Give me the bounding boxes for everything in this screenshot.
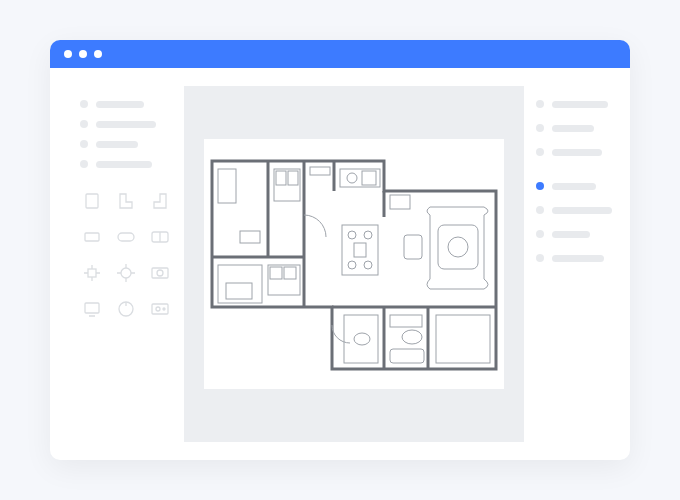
app-window <box>50 40 630 460</box>
svg-rect-33 <box>240 231 260 243</box>
shape-rounded-rect[interactable] <box>148 226 172 248</box>
shape-library <box>80 190 172 320</box>
svg-rect-58 <box>340 169 380 187</box>
svg-rect-60 <box>362 171 376 185</box>
layer-list <box>80 100 172 168</box>
shape-round-table[interactable] <box>114 262 138 284</box>
shape-table-chairs[interactable] <box>80 262 104 284</box>
layer-label <box>96 161 152 168</box>
property-label <box>552 101 608 108</box>
window-control-minimize[interactable] <box>79 50 87 58</box>
svg-rect-52 <box>390 315 422 327</box>
svg-rect-54 <box>390 349 424 363</box>
svg-rect-1 <box>85 233 99 241</box>
property-item[interactable] <box>536 124 612 132</box>
property-indicator <box>536 206 544 214</box>
property-label <box>552 183 596 190</box>
property-group-2 <box>536 182 612 262</box>
svg-rect-0 <box>86 194 98 208</box>
layer-visibility-dot[interactable] <box>80 120 88 128</box>
layer-item[interactable] <box>80 100 172 108</box>
property-indicator-active <box>536 182 544 190</box>
canvas-area[interactable] <box>184 86 524 442</box>
svg-point-23 <box>163 308 165 310</box>
property-label <box>552 207 612 214</box>
layer-label <box>96 141 138 148</box>
layer-item[interactable] <box>80 160 172 168</box>
layer-label <box>96 101 144 108</box>
shape-square[interactable] <box>80 190 104 212</box>
shape-l[interactable] <box>114 190 138 212</box>
shape-l-mirror[interactable] <box>148 190 172 212</box>
svg-rect-36 <box>288 171 298 185</box>
svg-point-50 <box>448 237 468 257</box>
property-indicator <box>536 100 544 108</box>
svg-point-53 <box>402 330 422 344</box>
svg-rect-55 <box>344 315 378 363</box>
svg-point-47 <box>364 261 372 269</box>
svg-rect-48 <box>354 243 366 257</box>
svg-rect-51 <box>404 235 422 259</box>
svg-point-56 <box>354 333 370 345</box>
svg-rect-2 <box>118 233 134 241</box>
window-control-maximize[interactable] <box>94 50 102 58</box>
property-indicator <box>536 148 544 156</box>
svg-point-16 <box>157 270 163 276</box>
title-bar <box>50 40 630 68</box>
shape-monitor[interactable] <box>80 298 104 320</box>
layer-visibility-dot[interactable] <box>80 140 88 148</box>
property-group-1 <box>536 100 612 156</box>
property-label <box>552 231 590 238</box>
svg-rect-35 <box>276 171 286 185</box>
property-indicator <box>536 254 544 262</box>
property-item[interactable] <box>536 148 612 156</box>
shape-rect[interactable] <box>80 226 104 248</box>
svg-rect-57 <box>436 315 490 363</box>
svg-point-45 <box>364 231 372 239</box>
layer-visibility-dot[interactable] <box>80 160 88 168</box>
layer-label <box>96 121 156 128</box>
svg-rect-37 <box>310 167 330 175</box>
svg-point-10 <box>121 268 131 278</box>
svg-rect-17 <box>85 303 99 313</box>
content-area <box>50 68 630 460</box>
property-item[interactable] <box>536 230 612 238</box>
svg-rect-41 <box>218 265 262 303</box>
floorplan-svg <box>204 139 504 389</box>
window-control-close[interactable] <box>64 50 72 58</box>
property-item[interactable] <box>536 254 612 262</box>
floorplan-document[interactable] <box>204 139 504 389</box>
svg-point-46 <box>348 261 356 269</box>
svg-rect-61 <box>390 195 410 209</box>
svg-rect-42 <box>226 283 252 299</box>
property-item[interactable] <box>536 206 612 214</box>
shape-microwave[interactable] <box>148 262 172 284</box>
property-indicator <box>536 124 544 132</box>
property-label <box>552 255 604 262</box>
layer-visibility-dot[interactable] <box>80 100 88 108</box>
svg-rect-49 <box>438 225 478 269</box>
shape-dial[interactable] <box>114 298 138 320</box>
left-panel <box>68 86 184 442</box>
svg-rect-32 <box>218 169 236 203</box>
property-item[interactable] <box>536 100 612 108</box>
shape-sink[interactable] <box>148 298 172 320</box>
svg-rect-39 <box>270 267 282 279</box>
svg-rect-40 <box>284 267 296 279</box>
svg-point-44 <box>348 231 356 239</box>
property-label <box>552 149 602 156</box>
svg-point-22 <box>156 307 160 311</box>
svg-point-59 <box>347 173 357 183</box>
svg-rect-43 <box>342 225 378 275</box>
layer-item[interactable] <box>80 140 172 148</box>
shape-pill[interactable] <box>114 226 138 248</box>
property-item[interactable] <box>536 182 612 190</box>
svg-rect-5 <box>88 269 96 277</box>
right-panel <box>524 86 624 442</box>
property-indicator <box>536 230 544 238</box>
property-label <box>552 125 594 132</box>
layer-item[interactable] <box>80 120 172 128</box>
